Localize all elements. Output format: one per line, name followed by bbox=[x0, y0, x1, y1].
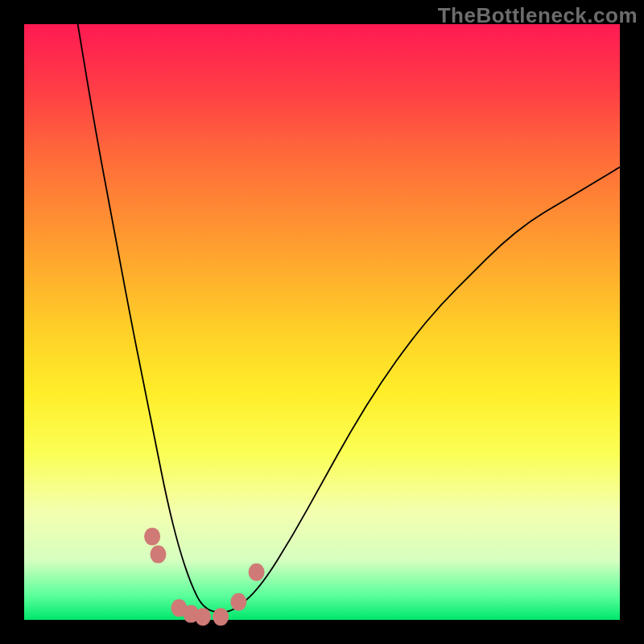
marker-group bbox=[144, 527, 265, 625]
marker-point bbox=[144, 527, 160, 545]
curve-layer bbox=[24, 24, 620, 620]
marker-point bbox=[195, 608, 211, 625]
plot-area bbox=[24, 24, 620, 620]
marker-point bbox=[230, 593, 246, 611]
marker-point bbox=[213, 608, 229, 625]
marker-point bbox=[151, 546, 167, 564]
marker-point bbox=[249, 564, 265, 581]
chart-frame: TheBottleneck.com bbox=[0, 0, 644, 644]
bottleneck-curve bbox=[78, 24, 620, 613]
